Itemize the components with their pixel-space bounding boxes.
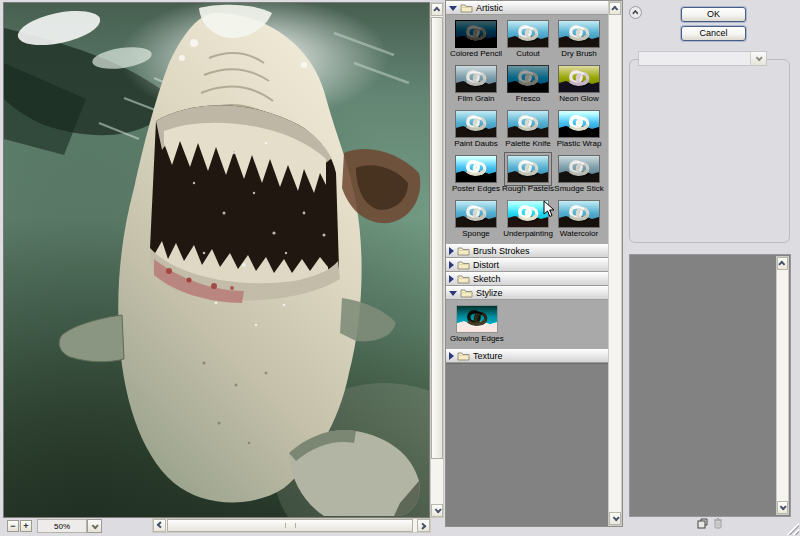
category-label: Artistic — [476, 4, 503, 13]
filter-thumbnail-label: Film Grain — [458, 95, 495, 103]
cancel-button-label: Cancel — [699, 29, 727, 38]
chevron-down-icon — [434, 506, 441, 513]
effect-layers-list[interactable] — [629, 254, 791, 517]
filter-thumbnail-image — [508, 111, 548, 137]
folder-icon — [457, 260, 470, 270]
triangle-down-icon — [449, 291, 457, 296]
filter-thumbnail-image — [508, 66, 548, 92]
filter-thumb-rough-pastels[interactable]: Rough Pastels — [502, 156, 554, 193]
chevron-right-icon — [419, 523, 426, 530]
folder-icon — [457, 246, 470, 256]
ok-button[interactable]: OK — [681, 7, 746, 22]
zoom-level-field[interactable]: 50% — [37, 519, 87, 533]
filter-thumbnail-image — [456, 66, 496, 92]
filter-thumb-neon-glow[interactable]: Neon Glow — [554, 66, 604, 103]
triangle-down-icon — [449, 6, 457, 11]
category-label: Brush Strokes — [473, 247, 530, 256]
filter-thumbnail-label: Sponge — [462, 230, 490, 238]
preview-vertical-scrollbar[interactable] — [430, 2, 444, 518]
effect-layers-scrollbar[interactable] — [776, 256, 789, 515]
filter-thumbnail-label: Dry Brush — [561, 50, 597, 58]
category-header-brush-strokes[interactable]: Brush Strokes — [446, 244, 608, 258]
horizontal-scroll-thumb[interactable] — [167, 519, 413, 532]
filter-thumb-watercolor[interactable]: Watercolor — [554, 201, 604, 238]
filter-selector-dropdown[interactable] — [638, 51, 767, 66]
chevron-down-icon — [756, 54, 763, 61]
filter-thumbnail-label: Colored Pencil — [450, 50, 502, 58]
filter-thumbnail-label: Palette Knife — [505, 140, 550, 148]
new-effect-layer-icon — [697, 518, 708, 529]
dialog-resize-grip[interactable] — [787, 523, 799, 535]
category-header-stylize[interactable]: Stylize — [446, 286, 608, 300]
zoom-level-dropdown-button[interactable] — [87, 519, 102, 533]
filter-thumb-smudge-stick[interactable]: Smudge Stick — [554, 156, 604, 193]
zoom-out-button[interactable]: − — [7, 520, 19, 532]
scroll-down-button[interactable] — [777, 501, 788, 514]
filter-thumbnail-label: Paint Daubs — [454, 140, 498, 148]
scroll-up-button[interactable] — [431, 3, 443, 16]
filter-thumbnail-image — [456, 21, 496, 47]
category-label: Texture — [473, 352, 503, 361]
scroll-right-button[interactable] — [417, 519, 430, 532]
filter-list-scrollbar[interactable] — [608, 1, 622, 526]
filter-category-panel: ArtisticColored PencilCutoutDry BrushFil… — [445, 0, 623, 527]
triangle-right-icon — [449, 275, 454, 283]
filter-thumbnail-label: Underpainting — [503, 230, 553, 238]
scroll-up-button[interactable] — [609, 2, 621, 15]
filter-thumb-underpainting[interactable]: Underpainting — [502, 201, 554, 238]
new-effect-layer-button[interactable] — [696, 517, 708, 529]
category-header-artistic[interactable]: Artistic — [446, 1, 608, 15]
cancel-button[interactable]: Cancel — [681, 26, 746, 41]
filter-thumb-glowing-edges[interactable]: Glowing Edges — [450, 306, 504, 343]
filter-thumb-poster-edges[interactable]: Poster Edges — [450, 156, 502, 193]
category-header-sketch[interactable]: Sketch — [446, 272, 608, 286]
category-header-texture[interactable]: Texture — [446, 349, 608, 363]
filter-thumbnail-label: Plastic Wrap — [557, 140, 602, 148]
filter-thumbnail-image — [508, 21, 548, 47]
folder-icon — [460, 3, 473, 13]
filter-thumbnail-image — [457, 306, 497, 332]
vertical-scroll-thumb[interactable] — [431, 17, 443, 459]
filter-thumb-colored-pencil[interactable]: Colored Pencil — [450, 21, 502, 58]
folder-icon — [457, 274, 470, 284]
filter-thumbnail-label: Smudge Stick — [554, 185, 603, 193]
filter-thumb-cutout[interactable]: Cutout — [502, 21, 554, 58]
filter-thumbnail-label: Cutout — [516, 50, 540, 58]
zoom-level-value: 50% — [54, 522, 70, 531]
category-label: Stylize — [476, 289, 503, 298]
minus-icon: − — [10, 522, 15, 530]
filter-thumb-dry-brush[interactable]: Dry Brush — [554, 21, 604, 58]
triangle-right-icon — [449, 247, 454, 255]
collapse-thumbnails-button[interactable] — [629, 6, 642, 19]
thumbnail-grid-artistic: Colored PencilCutoutDry BrushFilm GrainF… — [446, 15, 608, 244]
double-chevron-up-icon — [634, 10, 638, 15]
filter-thumbnail-image — [559, 156, 599, 182]
chevron-down-icon — [780, 503, 787, 510]
category-header-distort[interactable]: Distort — [446, 258, 608, 272]
category-label: Sketch — [473, 275, 501, 284]
filter-thumbnail-label: Neon Glow — [559, 95, 599, 103]
triangle-right-icon — [449, 352, 454, 360]
filter-preview-image[interactable] — [3, 2, 430, 518]
filter-thumb-film-grain[interactable]: Film Grain — [450, 66, 502, 103]
scroll-down-button[interactable] — [609, 512, 621, 525]
chevron-left-icon — [157, 521, 164, 528]
filter-thumb-sponge[interactable]: Sponge — [450, 201, 502, 238]
filter-thumb-paint-daubs[interactable]: Paint Daubs — [450, 111, 502, 148]
filter-thumbnail-image — [559, 66, 599, 92]
filter-thumb-plastic-wrap[interactable]: Plastic Wrap — [554, 111, 604, 148]
zoom-in-button[interactable]: + — [20, 520, 32, 532]
filter-category-list: ArtisticColored PencilCutoutDry BrushFil… — [446, 1, 608, 526]
chevron-down-icon — [612, 514, 619, 521]
filter-thumbnail-image — [508, 156, 548, 182]
filter-thumb-palette-knife[interactable]: Palette Knife — [502, 111, 554, 148]
dropdown-button[interactable] — [750, 52, 766, 65]
chevron-up-icon — [778, 261, 785, 268]
delete-effect-layer-button[interactable] — [712, 516, 723, 529]
scroll-down-button[interactable] — [431, 504, 443, 517]
filter-thumbnail-image — [559, 111, 599, 137]
scroll-left-button[interactable] — [153, 519, 166, 532]
filter-thumb-fresco[interactable]: Fresco — [502, 66, 554, 103]
scroll-up-button[interactable] — [777, 257, 788, 270]
preview-horizontal-scrollbar[interactable] — [152, 518, 431, 533]
